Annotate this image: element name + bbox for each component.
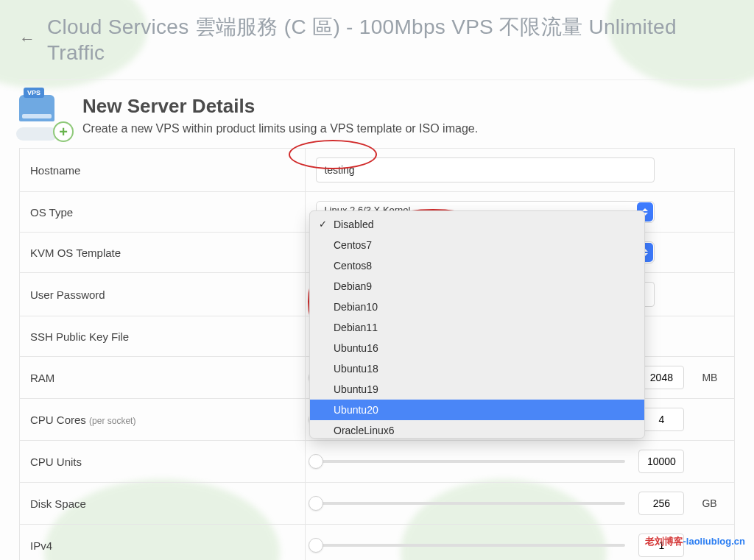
os-type-label: OS Type	[20, 192, 306, 233]
hostname-input[interactable]	[316, 157, 655, 182]
kvm-template-option[interactable]: Ubuntu19	[310, 379, 644, 400]
disk-unit: GB	[702, 497, 716, 509]
kvm-template-option[interactable]: Debian11	[310, 317, 644, 338]
kvm-template-option[interactable]: Centos7	[310, 235, 644, 255]
ipv4-label: IPv4	[20, 525, 306, 561]
kvm-template-option[interactable]: Debian10	[310, 297, 644, 317]
ram-unit: MB	[702, 372, 717, 383]
cpu-cores-sublabel: (per socket)	[89, 416, 135, 426]
page-title: Cloud Services 雲端服務 (C 區) - 100Mbps VPS …	[47, 13, 735, 65]
vps-icon-badge: VPS	[24, 88, 44, 98]
ram-value-input[interactable]	[638, 366, 684, 389]
kvm-template-option[interactable]: Centos8	[310, 255, 644, 276]
cpu-units-value-input[interactable]	[638, 450, 684, 473]
cpu-units-label: CPU Units	[20, 441, 306, 483]
disk-slider[interactable]	[316, 502, 625, 505]
kvm-template-dropdown[interactable]: DisabledCentos7Centos8Debian9Debian10Deb…	[309, 210, 645, 439]
disk-value-input[interactable]	[638, 492, 684, 515]
section-title: New Server Details	[82, 95, 478, 118]
kvm-template-option[interactable]: Ubuntu20	[310, 400, 644, 420]
watermark: 老刘博客-laoliublog.cn	[645, 535, 746, 548]
hostname-label: Hostname	[20, 149, 306, 192]
kvm-template-option[interactable]: OracleLinux6	[310, 420, 644, 439]
ram-label: RAM	[20, 357, 306, 399]
disk-label: Disk Space	[20, 483, 306, 525]
user-password-label: User Password	[20, 273, 306, 316]
kvm-template-option[interactable]: Debian9	[310, 276, 644, 297]
kvm-template-label: KVM OS Template	[20, 233, 306, 273]
vps-icon: VPS +	[19, 95, 66, 136]
cpu-units-slider[interactable]	[316, 460, 625, 463]
kvm-template-option[interactable]: Ubuntu16	[310, 338, 644, 358]
cpu-cores-value-input[interactable]	[638, 408, 684, 431]
ipv4-slider[interactable]	[316, 544, 625, 547]
breadcrumb: ← Cloud Services 雲端服務 (C 區) - 100Mbps VP…	[19, 13, 735, 80]
back-arrow-icon[interactable]: ←	[19, 31, 35, 47]
section-subtitle: Create a new VPS within product limits u…	[82, 122, 478, 135]
cpu-cores-label: CPU Cores	[30, 414, 86, 426]
kvm-template-option[interactable]: Disabled	[310, 214, 644, 235]
kvm-template-option[interactable]: Ubuntu18	[310, 358, 644, 379]
ssh-key-label: SSH Public Key File	[20, 316, 306, 357]
plus-icon: +	[53, 121, 74, 142]
